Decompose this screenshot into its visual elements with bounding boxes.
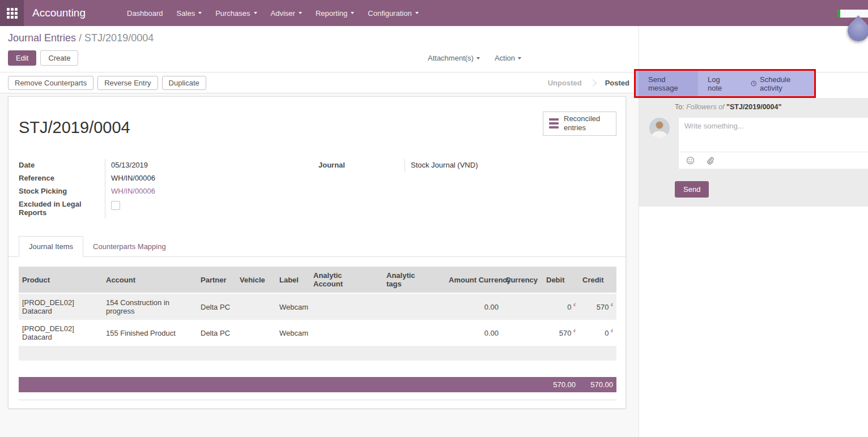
totals-bar: 570.00 570.00 <box>19 377 616 392</box>
status-widget: Unposted Posted <box>548 72 629 93</box>
breadcrumb-current: STJ/2019/0004 <box>84 32 154 44</box>
stock-picking-link[interactable]: WH/IN/00006 <box>111 187 155 195</box>
form-sheet: STJ/2019/0004 Reconciled entries Date 05… <box>8 96 626 409</box>
cell-vehicle <box>236 320 276 346</box>
caret-down-icon <box>415 12 419 14</box>
currency-symbol: ₫ <box>573 302 576 308</box>
nav-configuration[interactable]: Configuration <box>361 0 425 26</box>
col-partner: Partner <box>197 267 236 293</box>
col-product: Product <box>19 267 103 293</box>
field-group-left: Date 05/13/2019 Reference WH/IN/00006 St… <box>19 159 313 218</box>
create-button[interactable]: Create <box>40 50 78 66</box>
table-row[interactable]: [PROD_DEL02] Datacard 154 Construction i… <box>19 293 616 320</box>
cell-credit: 0₫ <box>579 320 616 346</box>
tab-counterparts-mapping[interactable]: Counterparts Mapping <box>83 237 176 256</box>
cell-label: Webcam <box>276 320 310 346</box>
statusbar: Remove Counterparts Reverse Entry Duplic… <box>0 72 639 93</box>
message-composer <box>679 118 868 169</box>
nav-sales[interactable]: Sales <box>170 0 209 26</box>
col-credit: Credit <box>579 267 616 293</box>
sheet-bottom-divider <box>19 400 616 400</box>
followers-of-label: Followers of <box>686 103 724 111</box>
reference-value: WH/IN/00006 <box>105 172 313 185</box>
col-analytic-account: Analytic Account <box>310 267 383 293</box>
caret-down-icon <box>476 57 480 59</box>
app-title: Accounting <box>32 0 86 26</box>
send-button[interactable]: Send <box>675 181 709 198</box>
journal-items-table: Product Account Partner Vehicle Label An… <box>19 267 616 361</box>
status-posted[interactable]: Posted <box>605 79 629 87</box>
cell-product: [PROD_DEL02] Datacard <box>19 320 103 346</box>
currency-symbol: ₫ <box>573 328 576 334</box>
attachments-dropdown[interactable]: Attachment(s) <box>428 54 480 62</box>
status-unposted[interactable]: Unposted <box>548 79 582 87</box>
send-message-tab[interactable]: Send message <box>639 71 698 96</box>
cell-vehicle <box>236 293 276 320</box>
field-journal: Journal Stock Journal (VND) <box>318 159 562 172</box>
cell-amount-currency: 0.00 <box>445 293 502 320</box>
to-label: To: <box>675 103 684 111</box>
col-debit: Debit <box>543 267 579 293</box>
date-label: Date <box>19 159 105 172</box>
caret-down-icon <box>299 12 302 14</box>
caret-down-icon <box>518 57 521 59</box>
remove-counterparts-button[interactable]: Remove Counterparts <box>8 76 93 90</box>
cell-analytic-tags <box>383 293 445 320</box>
statusbar-buttons: Remove Counterparts Reverse Entry Duplic… <box>8 76 210 90</box>
cell-analytic-account <box>310 293 383 320</box>
excluded-label: Excluded in Legal Reports <box>19 198 105 218</box>
nav-purchases[interactable]: Purchases <box>209 0 263 26</box>
cell-currency <box>502 293 543 320</box>
table-row[interactable]: [PROD_DEL02] Datacard 155 Finished Produ… <box>19 320 616 346</box>
col-analytic-tags: Analytic tags <box>383 267 445 293</box>
field-group-right: Journal Stock Journal (VND) <box>318 159 562 172</box>
journal-label: Journal <box>318 159 405 172</box>
reconciled-entries-button[interactable]: Reconciled entries <box>543 112 616 136</box>
record-title: STJ/2019/0004 <box>19 118 130 137</box>
caret-down-icon <box>351 12 354 14</box>
excluded-checkbox[interactable] <box>111 201 120 210</box>
nav-reporting[interactable]: Reporting <box>309 0 361 26</box>
cell-partner: Delta PC <box>197 320 236 346</box>
empty-row[interactable] <box>19 346 616 361</box>
breadcrumb-journal-entries[interactable]: Journal Entries <box>8 32 76 44</box>
recipients-line: To: Followers of "STJ/2019/0004" <box>675 103 781 111</box>
annotation-highlight-box: Send message Log note Schedule activity <box>634 69 816 98</box>
cell-debit: 570₫ <box>543 320 579 346</box>
log-note-tab[interactable]: Log note <box>698 71 741 96</box>
cell-currency <box>502 320 543 346</box>
apps-grid-icon <box>7 8 18 19</box>
nav-adviser[interactable]: Adviser <box>264 0 309 26</box>
tab-journal-items[interactable]: Journal Items <box>19 236 83 257</box>
breadcrumb: Journal Entries / STJ/2019/0004 <box>8 32 154 44</box>
cell-amount-currency: 0.00 <box>445 320 502 346</box>
caret-down-icon <box>254 12 257 14</box>
journal-value: Stock Journal (VND) <box>405 159 562 172</box>
field-stock-picking: Stock Picking WH/IN/00006 <box>19 185 313 198</box>
action-dropdown[interactable]: Action <box>495 54 521 62</box>
cell-credit: 570₫ <box>579 293 616 320</box>
chatter-tabs: Send message Log note Schedule activity <box>636 71 814 96</box>
schedule-activity-tab[interactable]: Schedule activity <box>741 71 814 96</box>
top-navbar: Accounting Dashboard Sales Purchases Adv… <box>0 0 868 26</box>
apps-menu-button[interactable] <box>0 0 24 26</box>
cell-partner: Delta PC <box>197 293 236 320</box>
col-vehicle: Vehicle <box>236 267 276 293</box>
message-input[interactable] <box>679 118 868 152</box>
form-buttons: Edit Create <box>8 50 78 66</box>
field-reference: Reference WH/IN/00006 <box>19 172 313 185</box>
paperclip-icon[interactable] <box>706 157 714 165</box>
control-panel-dropdowns: Attachment(s) Action <box>428 54 521 62</box>
field-excluded: Excluded in Legal Reports <box>19 198 313 218</box>
emoji-icon[interactable] <box>686 156 695 165</box>
edit-button[interactable]: Edit <box>8 50 36 66</box>
systray-widget[interactable] <box>840 10 868 18</box>
reverse-entry-button[interactable]: Reverse Entry <box>97 76 158 90</box>
col-amount-currency: Amount Currency <box>445 267 502 293</box>
reference-label: Reference <box>19 172 105 185</box>
nav-dashboard[interactable]: Dashboard <box>120 0 170 26</box>
cell-analytic-account <box>310 320 383 346</box>
cell-account: 155 Finished Product <box>103 320 197 346</box>
duplicate-button[interactable]: Duplicate <box>162 76 206 90</box>
notebook-tabs: Journal Items Counterparts Mapping <box>8 236 626 257</box>
